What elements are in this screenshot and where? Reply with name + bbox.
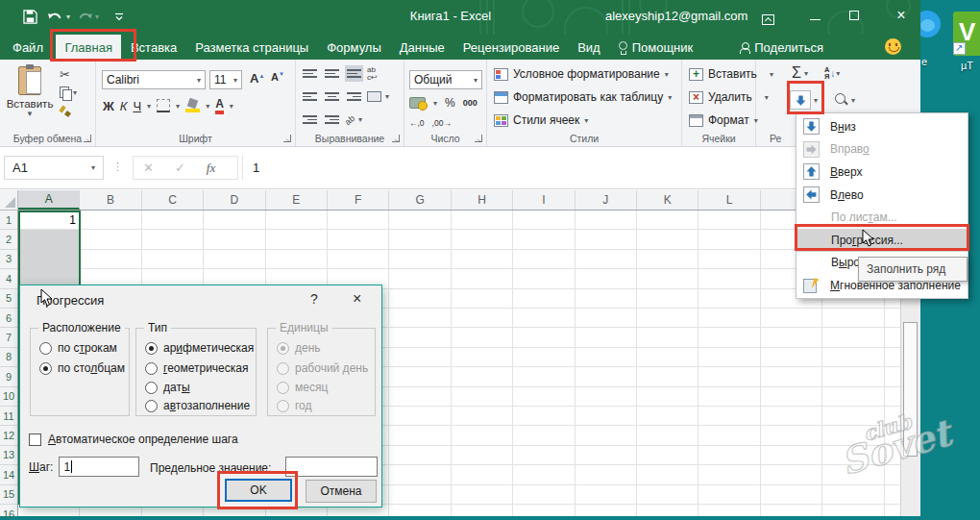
- ribbon-tab-4[interactable]: Формулы: [318, 35, 391, 60]
- row-header-2[interactable]: 2: [0, 230, 17, 249]
- limit-input[interactable]: [285, 457, 378, 477]
- accounting-format-button[interactable]: [409, 97, 426, 109]
- align-left-button[interactable]: [301, 88, 319, 105]
- row-header-12[interactable]: 12: [0, 426, 17, 445]
- find-select-button[interactable]: ▾: [835, 93, 855, 107]
- column-header-B[interactable]: B: [80, 190, 141, 210]
- align-middle-button[interactable]: [323, 65, 341, 82]
- radio-Тип-2[interactable]: даты: [145, 381, 190, 394]
- auto-step-checkbox[interactable]: Автоматическое определение шага: [29, 433, 238, 446]
- row-header-14[interactable]: 14: [0, 465, 17, 484]
- row-header-6[interactable]: 6: [0, 309, 17, 328]
- decrease-decimal-button[interactable]: ,00→: [432, 118, 452, 128]
- column-header-K[interactable]: K: [637, 190, 698, 210]
- font-dialog-launcher[interactable]: [283, 135, 291, 142]
- paste-button[interactable]: Вставить ▼: [6, 63, 54, 133]
- format-painter-button[interactable]: [60, 103, 77, 119]
- conditional-formatting-button[interactable]: Условное форматирование▾: [494, 67, 669, 81]
- font-size-combo[interactable]: 11▾: [209, 70, 242, 89]
- select-all-corner[interactable]: [0, 190, 18, 210]
- checkbox-icon[interactable]: [29, 433, 41, 446]
- row-header-11[interactable]: 11: [0, 407, 17, 426]
- close-button[interactable]: ×: [885, 0, 918, 31]
- alignment-dialog-launcher[interactable]: [392, 135, 400, 142]
- increase-font-button[interactable]: А▲: [250, 71, 264, 86]
- align-right-button[interactable]: [345, 88, 363, 105]
- borders-button[interactable]: [157, 99, 170, 112]
- row-header-9[interactable]: 9: [0, 367, 17, 386]
- row-header-5[interactable]: 5: [0, 289, 17, 309]
- insert-function-icon[interactable]: fx: [207, 161, 215, 176]
- orientation-button[interactable]: ab: [343, 112, 356, 126]
- align-center-button[interactable]: [323, 88, 341, 105]
- number-format-combo[interactable]: Общий▾: [409, 70, 482, 89]
- underline-button[interactable]: Ч: [133, 99, 141, 113]
- ribbon-tab-0[interactable]: Файл: [0, 35, 56, 60]
- minimize-button[interactable]: [798, 0, 831, 31]
- decrease-indent-button[interactable]: [301, 111, 319, 128]
- ribbon-tab-3[interactable]: Разметка страницы: [186, 35, 318, 60]
- italic-button[interactable]: К: [120, 99, 128, 113]
- column-header-H[interactable]: H: [452, 190, 513, 210]
- step-input[interactable]: 1: [59, 457, 139, 477]
- wrap-text-button[interactable]: abc↩: [367, 66, 378, 82]
- ribbon-display-options-icon[interactable]: [751, 4, 784, 35]
- row-header-7[interactable]: 7: [0, 328, 17, 347]
- ribbon-tab-8[interactable]: Помощник: [609, 35, 702, 60]
- column-header-F[interactable]: F: [328, 190, 389, 210]
- column-header-L[interactable]: L: [698, 190, 760, 210]
- merge-center-button[interactable]: [367, 91, 381, 102]
- column-header-A[interactable]: A: [18, 190, 80, 210]
- align-bottom-button[interactable]: [345, 65, 363, 82]
- radio-Тип-0[interactable]: арифметическая: [145, 341, 254, 355]
- dialog-close-button[interactable]: ×: [353, 290, 361, 308]
- number-dialog-launcher[interactable]: [475, 135, 482, 142]
- row-header-15[interactable]: 15: [0, 485, 17, 505]
- font-color-button[interactable]: А: [215, 98, 224, 114]
- increase-decimal-button[interactable]: ←,0: [409, 118, 425, 128]
- cut-button[interactable]: ✂: [60, 66, 77, 83]
- account-email[interactable]: alexeyship12@gmail.com: [605, 9, 747, 23]
- clipboard-dialog-launcher[interactable]: [84, 135, 91, 142]
- formula-bar-splitter[interactable]: ⋮: [112, 161, 123, 173]
- radio-Расположение-1[interactable]: по столбцам: [39, 361, 125, 375]
- dialog-help-button[interactable]: ?: [310, 291, 318, 307]
- radio-icon[interactable]: [39, 342, 52, 355]
- column-header-G[interactable]: G: [389, 190, 451, 210]
- column-header-E[interactable]: E: [266, 190, 328, 210]
- row-header-16[interactable]: 16: [0, 505, 17, 520]
- cell-styles-button[interactable]: Стили ячеек▾: [494, 113, 588, 127]
- feedback-smiley-icon[interactable]: [885, 38, 901, 55]
- ribbon-tab-6[interactable]: Рецензирование: [453, 35, 568, 60]
- radio-icon[interactable]: [145, 342, 158, 355]
- radio-icon[interactable]: [39, 362, 52, 375]
- menu-item-3[interactable]: Влево: [796, 184, 968, 207]
- increase-indent-button[interactable]: [323, 111, 341, 128]
- confirm-entry-icon[interactable]: ✓: [175, 161, 185, 175]
- format-cells-button[interactable]: Формат▾: [689, 113, 758, 127]
- maximize-button[interactable]: [838, 0, 870, 31]
- cancel-entry-icon[interactable]: ✕: [143, 161, 154, 175]
- row-header-13[interactable]: 13: [0, 446, 17, 465]
- row-header-1[interactable]: 1: [0, 210, 17, 230]
- ribbon-tab-9[interactable]: Поделиться: [731, 35, 833, 60]
- column-header-I[interactable]: I: [513, 190, 575, 210]
- radio-icon[interactable]: [145, 382, 158, 394]
- sort-filter-button[interactable]: АЯ↓▾: [824, 66, 840, 81]
- autosum-button[interactable]: Σ▾: [792, 65, 808, 81]
- format-as-table-button[interactable]: Форматировать как таблицу▾: [494, 90, 672, 104]
- name-box[interactable]: A1▾: [4, 156, 104, 180]
- radio-Тип-1[interactable]: геометрическая: [145, 361, 248, 375]
- menu-item-2[interactable]: Вверх: [796, 161, 968, 184]
- percent-style-button[interactable]: %: [445, 96, 455, 110]
- ribbon-tab-7[interactable]: Вид: [569, 35, 610, 60]
- column-header-J[interactable]: J: [576, 190, 637, 210]
- fill-color-button[interactable]: [185, 99, 200, 112]
- row-header-3[interactable]: 3: [0, 250, 17, 269]
- column-header-D[interactable]: D: [204, 190, 265, 210]
- radio-icon[interactable]: [145, 400, 158, 412]
- column-header-C[interactable]: C: [142, 190, 204, 210]
- copy-button[interactable]: ▾: [60, 85, 77, 101]
- ribbon-tab-5[interactable]: Данные: [390, 35, 453, 60]
- radio-Расположение-0[interactable]: по строкам: [39, 341, 117, 355]
